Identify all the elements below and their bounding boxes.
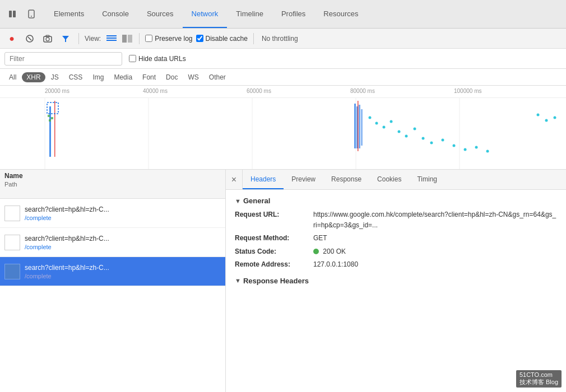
type-btn-media[interactable]: Media <box>109 72 137 82</box>
svg-point-42 <box>464 148 467 151</box>
devtools-icons <box>4 0 39 28</box>
svg-point-33 <box>383 126 386 129</box>
list-view-button[interactable] <box>105 32 118 45</box>
svg-point-32 <box>375 122 378 125</box>
tab-console[interactable]: Console <box>93 0 138 28</box>
preserve-log-checkbox[interactable] <box>145 35 152 42</box>
filter-input[interactable] <box>4 52 122 66</box>
svg-rect-12 <box>106 40 117 41</box>
disable-cache-checkbox[interactable] <box>196 35 203 42</box>
ruler-mark-1: 20000 ms <box>45 88 69 94</box>
svg-point-45 <box>537 114 540 116</box>
filter-bar: Hide data URLs <box>0 49 566 69</box>
detail-close-button[interactable]: × <box>226 170 243 190</box>
tab-elements[interactable]: Elements <box>45 0 93 28</box>
preserve-log-label[interactable]: Preserve log <box>145 35 192 43</box>
disable-cache-label[interactable]: Disable cache <box>196 35 248 43</box>
general-arrow: ▼ <box>235 198 241 204</box>
ruler-mark-3: 60000 ms <box>247 88 271 94</box>
svg-rect-24 <box>51 117 53 119</box>
response-headers-arrow: ▼ <box>235 277 241 284</box>
svg-point-31 <box>369 116 372 119</box>
request-method-row: Request Method: GET <box>235 233 557 244</box>
hide-data-checkbox[interactable] <box>129 55 136 62</box>
list-item-selected[interactable]: search?client=hp&hl=zh-C... /complete <box>0 257 225 286</box>
device-icon[interactable] <box>24 6 39 22</box>
type-btn-doc[interactable]: Doc <box>161 72 182 82</box>
clear-button[interactable] <box>22 31 37 46</box>
item-name-1: search?client=hp&hl=zh-C... <box>25 206 109 213</box>
detail-tab-preview[interactable]: Preview <box>284 170 323 189</box>
list-header-name: Name <box>4 172 23 180</box>
svg-rect-1 <box>13 11 16 17</box>
svg-point-34 <box>390 120 393 123</box>
svg-point-38 <box>422 137 425 140</box>
tab-sources[interactable]: Sources <box>138 0 183 28</box>
svg-rect-11 <box>106 38 117 39</box>
timeline-ruler: 20000 ms 40000 ms 60000 ms 80000 ms 1000… <box>0 86 566 98</box>
svg-rect-25 <box>49 119 51 122</box>
detail-tab-response[interactable]: Response <box>323 170 369 189</box>
toolbar-separator-2 <box>139 33 140 44</box>
svg-point-37 <box>414 128 416 130</box>
type-btn-js[interactable]: JS <box>47 72 63 82</box>
tab-timeline[interactable]: Timeline <box>227 0 272 28</box>
throttle-selector[interactable]: No throttling <box>262 35 298 43</box>
type-btn-ws[interactable]: WS <box>183 72 203 82</box>
type-filter-bar: All XHR JS CSS Img Media Font Doc WS Oth… <box>0 69 566 86</box>
item-path-3: /complete <box>25 273 109 279</box>
item-icon-1 <box>4 206 20 221</box>
svg-point-35 <box>398 130 401 133</box>
svg-point-36 <box>405 135 408 138</box>
list-item[interactable]: search?client=hp&hl=zh-C... /complete <box>0 199 225 228</box>
svg-rect-26 <box>354 104 356 148</box>
item-path-1: /complete <box>25 214 109 221</box>
tab-profiles[interactable]: Profiles <box>272 0 314 28</box>
tab-network[interactable]: Network <box>183 0 228 28</box>
detail-tab-timing[interactable]: Timing <box>409 170 445 189</box>
svg-rect-30 <box>358 101 359 151</box>
timeline-area: 20000 ms 40000 ms 60000 ms 80000 ms 1000… <box>0 86 566 170</box>
timeline-svg <box>0 98 566 170</box>
request-method-value: GET <box>313 233 327 244</box>
type-btn-other[interactable]: Other <box>205 72 230 82</box>
remote-address-row: Remote Address: 127.0.0.1:1080 <box>235 259 557 270</box>
item-path-2: /complete <box>25 244 109 250</box>
svg-point-47 <box>554 116 556 119</box>
camera-button[interactable] <box>40 31 55 46</box>
tab-resources[interactable]: Resources <box>314 0 367 28</box>
item-name-3: search?client=hp&hl=zh-C... <box>25 264 109 272</box>
ruler-mark-2: 40000 ms <box>143 88 168 94</box>
detail-tab-cookies[interactable]: Cookies <box>369 170 409 189</box>
svg-rect-0 <box>9 11 12 17</box>
detail-tab-headers[interactable]: Headers <box>243 170 284 189</box>
dock-icon[interactable] <box>4 6 20 22</box>
general-section-title: ▼ General <box>235 197 557 205</box>
detail-content: ▼ General Request URL: https://www.googl… <box>226 190 566 296</box>
detail-view-button[interactable] <box>121 32 133 45</box>
list-item[interactable]: search?client=hp&hl=zh-C... /complete <box>0 228 225 257</box>
remote-address-value: 127.0.0.1:1080 <box>313 259 358 270</box>
ruler-mark-4: 80000 ms <box>350 88 375 94</box>
timeline-canvas <box>0 98 566 170</box>
svg-rect-21 <box>54 101 55 157</box>
request-url-key: Request URL: <box>235 209 313 231</box>
record-button[interactable]: ● <box>4 31 19 46</box>
svg-rect-29 <box>361 109 363 146</box>
hide-data-label[interactable]: Hide data URLs <box>129 55 186 63</box>
response-headers-title: ▼ Response Headers <box>235 277 557 285</box>
type-btn-font[interactable]: Font <box>138 72 160 82</box>
type-btn-all[interactable]: All <box>4 72 21 82</box>
detail-panel: × Headers Preview Response Cookies Timin… <box>226 170 566 392</box>
svg-point-40 <box>442 139 444 142</box>
toolbar-separator-1 <box>78 33 79 44</box>
type-btn-xhr[interactable]: XHR <box>22 72 45 82</box>
ruler-mark-5: 100000 ms <box>454 88 481 94</box>
list-header-path: Path <box>4 181 23 188</box>
request-url-value[interactable]: https://www.google.com.hk/complete/searc… <box>313 209 557 231</box>
svg-point-41 <box>453 144 456 147</box>
filter-button[interactable] <box>58 31 73 46</box>
type-btn-img[interactable]: Img <box>88 72 108 82</box>
network-list: Name Path search?client=hp&hl=zh-C... /c… <box>0 170 226 392</box>
type-btn-css[interactable]: CSS <box>64 72 87 82</box>
